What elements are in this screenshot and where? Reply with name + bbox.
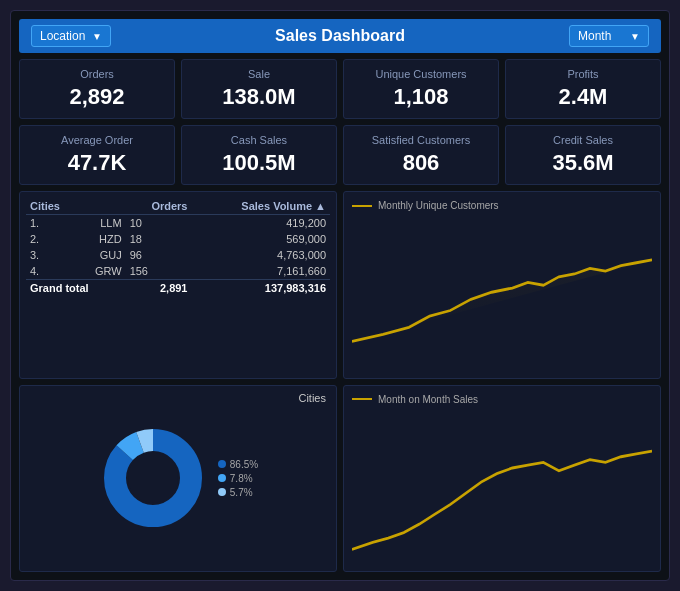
row-rank: 3. <box>26 247 59 263</box>
month-label: Month <box>578 29 611 43</box>
kpi-profits-value: 2.4M <box>518 84 648 110</box>
row-rank: 2. <box>26 231 59 247</box>
chart1-title-row: Monthly Unique Customers <box>352 200 652 211</box>
kpi-unique-customers-value: 1,108 <box>356 84 486 110</box>
cities-table: Cities Orders Sales Volume ▲ 1. LLM 10 4… <box>26 198 330 296</box>
kpi-credit-sales-label: Credit Sales <box>518 134 648 146</box>
legend-dot-guj <box>218 474 226 482</box>
month-dropdown[interactable]: Month ▼ <box>569 25 649 47</box>
row-orders: 10 <box>126 215 192 232</box>
legend-item-other: 5.7% <box>218 487 258 498</box>
kpi-orders-value: 2,892 <box>32 84 162 110</box>
kpi-average-order-value: 47.7K <box>32 150 162 176</box>
bottom-right: Monthly Unique Customers <box>343 191 661 572</box>
row-rank: 1. <box>26 215 59 232</box>
kpi-profits: Profits 2.4M <box>505 59 661 119</box>
footer-orders: 2,891 <box>126 280 192 297</box>
chart2-title: Month on Month Sales <box>378 394 478 405</box>
location-dropdown[interactable]: Location ▼ <box>31 25 111 47</box>
legend-label-grw: 86.5% <box>230 459 258 470</box>
table-row: 2. HZD 18 569,000 <box>26 231 330 247</box>
month-on-month-sales-chart: Month on Month Sales <box>343 385 661 573</box>
legend-item-guj: 7.8% <box>218 473 258 484</box>
kpi-row-1: Orders 2,892 Sale 138.0M Unique Customer… <box>19 59 661 119</box>
row-city: GUJ <box>59 247 126 263</box>
dashboard-header: Location ▼ Sales Dashboard Month ▼ <box>19 19 661 53</box>
kpi-satisfied-customers-value: 806 <box>356 150 486 176</box>
kpi-average-order: Average Order 47.7K <box>19 125 175 185</box>
kpi-row-2: Average Order 47.7K Cash Sales 100.5M Sa… <box>19 125 661 185</box>
legend-label-guj: 7.8% <box>230 473 253 484</box>
location-label: Location <box>40 29 85 43</box>
table-row: 3. GUJ 96 4,763,000 <box>26 247 330 263</box>
row-city: HZD <box>59 231 126 247</box>
col-cities: Cities <box>26 198 126 215</box>
kpi-unique-customers: Unique Customers 1,108 <box>343 59 499 119</box>
dashboard: Location ▼ Sales Dashboard Month ▼ Order… <box>10 10 670 581</box>
svg-point-3 <box>128 453 178 503</box>
kpi-credit-sales: Credit Sales 35.6M <box>505 125 661 185</box>
row-sales: 419,200 <box>191 215 330 232</box>
legend-item-grw: 86.5% <box>218 459 258 470</box>
kpi-average-order-label: Average Order <box>32 134 162 146</box>
location-chevron-icon: ▼ <box>92 31 102 42</box>
kpi-sale-value: 138.0M <box>194 84 324 110</box>
table-row: 1. LLM 10 419,200 <box>26 215 330 232</box>
row-sales: 7,161,660 <box>191 263 330 280</box>
donut-svg <box>98 423 208 533</box>
cities-table-panel: Cities Orders Sales Volume ▲ 1. LLM 10 4… <box>19 191 337 379</box>
donut-chart-panel: Cities 86.5% <box>19 385 337 573</box>
chart2-title-row: Month on Month Sales <box>352 394 652 405</box>
legend-label-other: 5.7% <box>230 487 253 498</box>
row-city: GRW <box>59 263 126 280</box>
kpi-sale: Sale 138.0M <box>181 59 337 119</box>
bottom-section: Cities Orders Sales Volume ▲ 1. LLM 10 4… <box>19 191 661 572</box>
kpi-cash-sales-value: 100.5M <box>194 150 324 176</box>
table-row: 4. GRW 156 7,161,660 <box>26 263 330 280</box>
col-orders: Orders <box>126 198 192 215</box>
chart2-line-indicator <box>352 398 372 400</box>
chart1-title: Monthly Unique Customers <box>378 200 499 211</box>
kpi-unique-customers-label: Unique Customers <box>356 68 486 80</box>
legend-dot-grw <box>218 460 226 468</box>
month-chevron-icon: ▼ <box>630 31 640 42</box>
row-city: LLM <box>59 215 126 232</box>
donut-container: 86.5% 7.8% 5.7% <box>98 423 258 533</box>
chart2-svg <box>352 409 652 564</box>
row-orders: 18 <box>126 231 192 247</box>
row-sales: 569,000 <box>191 231 330 247</box>
col-sales-volume: Sales Volume ▲ <box>191 198 330 215</box>
kpi-cash-sales-label: Cash Sales <box>194 134 324 146</box>
row-orders: 96 <box>126 247 192 263</box>
donut-chart-title: Cities <box>298 392 326 404</box>
footer-sales: 137,983,316 <box>191 280 330 297</box>
kpi-satisfied-customers-label: Satisfied Customers <box>356 134 486 146</box>
chart1-svg <box>352 215 652 370</box>
row-orders: 156 <box>126 263 192 280</box>
bottom-left: Cities Orders Sales Volume ▲ 1. LLM 10 4… <box>19 191 337 572</box>
legend-dot-other <box>218 488 226 496</box>
donut-legend: 86.5% 7.8% 5.7% <box>218 459 258 498</box>
row-sales: 4,763,000 <box>191 247 330 263</box>
kpi-cash-sales: Cash Sales 100.5M <box>181 125 337 185</box>
row-rank: 4. <box>26 263 59 280</box>
monthly-unique-customers-chart: Monthly Unique Customers <box>343 191 661 379</box>
dashboard-title: Sales Dashboard <box>111 27 569 45</box>
kpi-satisfied-customers: Satisfied Customers 806 <box>343 125 499 185</box>
kpi-orders: Orders 2,892 <box>19 59 175 119</box>
kpi-credit-sales-value: 35.6M <box>518 150 648 176</box>
table-footer-row: Grand total 2,891 137,983,316 <box>26 280 330 297</box>
footer-label: Grand total <box>26 280 126 297</box>
kpi-sale-label: Sale <box>194 68 324 80</box>
kpi-profits-label: Profits <box>518 68 648 80</box>
kpi-orders-label: Orders <box>32 68 162 80</box>
chart1-line-indicator <box>352 205 372 207</box>
